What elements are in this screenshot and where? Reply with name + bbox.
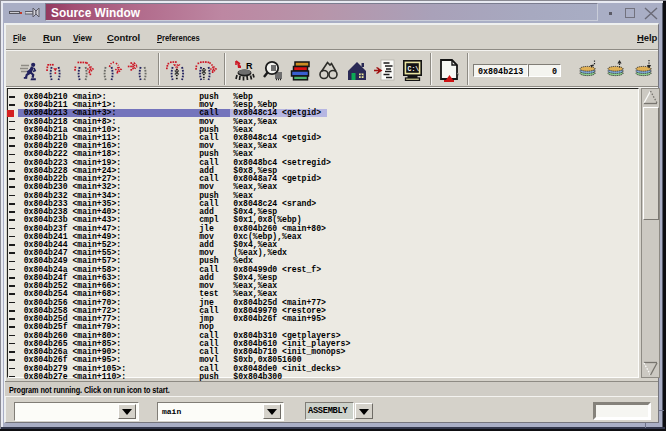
svg-text:C:\: C:\: [408, 66, 420, 73]
svg-text:R: R: [246, 61, 253, 71]
